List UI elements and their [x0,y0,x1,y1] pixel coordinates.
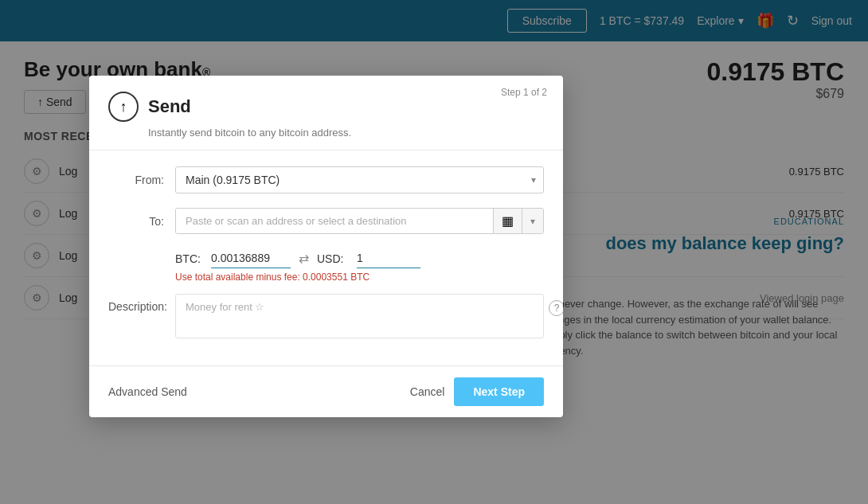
amount-row: BTC: ⇄ USD: [175,248,544,268]
description-input[interactable] [175,294,544,338]
modal-title: Send [148,96,191,117]
to-input-wrapper: ▦ ▾ [175,208,544,234]
modal-subtitle: Instantly send bitcoin to any bitcoin ad… [148,127,544,139]
advanced-send-button[interactable]: Advanced Send [108,385,187,398]
help-icon[interactable]: ? [549,300,563,316]
footer-actions: Cancel Next Step [410,377,544,406]
cancel-button[interactable]: Cancel [410,385,445,398]
modal-body: From: Main (0.9175 BTC) ▾ To: ▦ ▾ [89,150,563,365]
qr-icon: ▦ [502,214,514,228]
to-dropdown-button[interactable]: ▾ [522,209,543,233]
btc-amount-input[interactable] [211,248,291,268]
fee-hint: Use total available minus fee: 0.0003551… [175,272,544,283]
chevron-down-icon: ▾ [530,216,535,227]
modal-footer: Advanced Send Cancel Next Step [89,365,563,417]
qr-scan-button[interactable]: ▦ [493,209,522,233]
description-label: Description: [108,294,164,313]
from-select[interactable]: Main (0.9175 BTC) [175,166,544,193]
send-icon: ↑ [108,92,139,122]
from-row: From: Main (0.9175 BTC) ▾ [108,166,544,193]
swap-icon[interactable]: ⇄ [299,251,309,266]
usd-label: USD: [317,252,349,265]
to-row: To: ▦ ▾ [108,208,544,234]
modal-header: Step 1 of 2 ↑ Send Instantly send bitcoi… [89,76,563,150]
usd-amount-input[interactable] [357,248,420,268]
description-input-wrapper: ? [175,294,544,342]
to-input[interactable] [176,209,493,233]
from-label: From: [108,174,164,186]
modal-step: Step 1 of 2 [501,87,547,98]
modal-title-row: ↑ Send [108,92,544,122]
description-row: Description: ? [108,294,544,342]
next-step-button[interactable]: Next Step [454,377,544,406]
send-modal: Step 1 of 2 ↑ Send Instantly send bitcoi… [89,76,563,417]
btc-label: BTC: [175,252,203,265]
from-input-wrapper: Main (0.9175 BTC) ▾ [175,166,544,193]
to-label: To: [108,215,164,228]
